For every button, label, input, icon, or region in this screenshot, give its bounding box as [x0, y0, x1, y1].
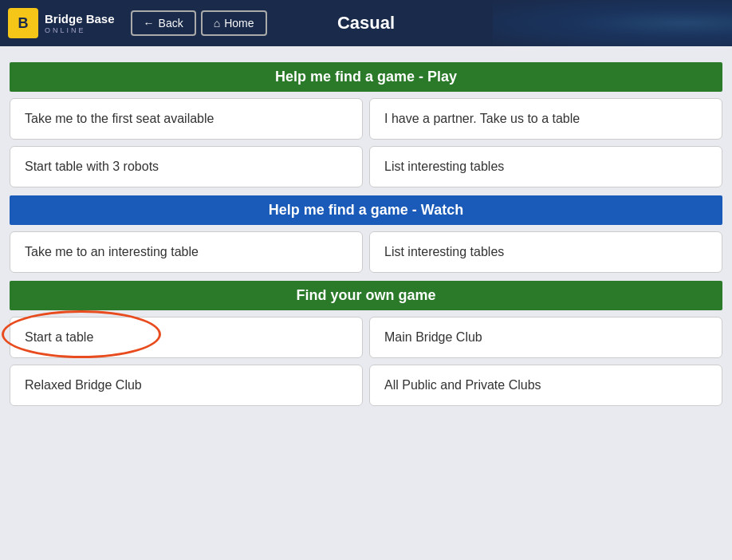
- back-arrow-icon: ←: [144, 17, 155, 30]
- relaxed-bridge-club-label: Relaxed Bridge Club: [25, 378, 142, 392]
- back-label: Back: [159, 17, 183, 30]
- own-section-header: Find your own game: [10, 281, 722, 310]
- robots-table-label: Start table with 3 robots: [25, 160, 159, 173]
- list-interesting-play-label: List interesting tables: [384, 160, 504, 173]
- all-clubs-label: All Public and Private Clubs: [384, 378, 541, 392]
- home-label: Home: [224, 17, 254, 30]
- first-seat-button[interactable]: Take me to the first seat available: [10, 98, 363, 140]
- partner-table-label: I have a partner. Take us to a table: [384, 112, 580, 125]
- list-interesting-watch-label: List interesting tables: [384, 245, 504, 258]
- list-interesting-watch-button[interactable]: List interesting tables: [369, 231, 722, 273]
- list-interesting-play-button[interactable]: List interesting tables: [369, 146, 722, 187]
- interesting-table-label: Take me to an interesting table: [25, 245, 199, 258]
- watch-section-header: Help me find a game - Watch: [10, 195, 722, 225]
- logo-diamond: B: [8, 8, 38, 38]
- watch-button-grid: Take me to an interesting table List int…: [10, 231, 722, 273]
- brand-name: Bridge Base: [45, 12, 115, 26]
- partner-table-button[interactable]: I have a partner. Take us to a table: [369, 98, 722, 140]
- start-table-button[interactable]: Start a table: [10, 317, 363, 358]
- interesting-table-button[interactable]: Take me to an interesting table: [10, 231, 363, 273]
- main-bridge-club-button[interactable]: Main Bridge Club: [369, 317, 722, 358]
- main-bridge-club-label: Main Bridge Club: [384, 330, 482, 344]
- globe-decoration: [493, 0, 732, 46]
- relaxed-bridge-club-button[interactable]: Relaxed Bridge Club: [10, 365, 363, 406]
- home-button[interactable]: ⌂ Home: [201, 10, 267, 36]
- first-seat-label: Take me to the first seat available: [25, 112, 214, 125]
- robots-table-button[interactable]: Start table with 3 robots: [10, 146, 363, 187]
- play-section-header: Help me find a game - Play: [10, 62, 722, 92]
- all-clubs-button[interactable]: All Public and Private Clubs: [369, 365, 722, 406]
- main-content: Help me find a game - Play Take me to th…: [0, 46, 732, 417]
- own-button-grid: Start a table Main Bridge Club Relaxed B…: [10, 317, 722, 406]
- brand-sub: ONLINE: [45, 26, 115, 35]
- play-button-grid: Take me to the first seat available I ha…: [10, 98, 722, 187]
- nav-buttons: ← Back ⌂ Home: [131, 10, 267, 36]
- header: B Bridge Base ONLINE ← Back ⌂ Home Casua…: [0, 0, 732, 46]
- start-table-label: Start a table: [25, 330, 93, 344]
- home-icon: ⌂: [214, 17, 220, 30]
- logo-text: Bridge Base ONLINE: [45, 12, 115, 35]
- start-table-wrapper: Start a table: [10, 317, 363, 358]
- logo-area: B Bridge Base ONLINE: [8, 8, 115, 38]
- page-title: Casual: [337, 13, 395, 34]
- back-button[interactable]: ← Back: [131, 10, 196, 36]
